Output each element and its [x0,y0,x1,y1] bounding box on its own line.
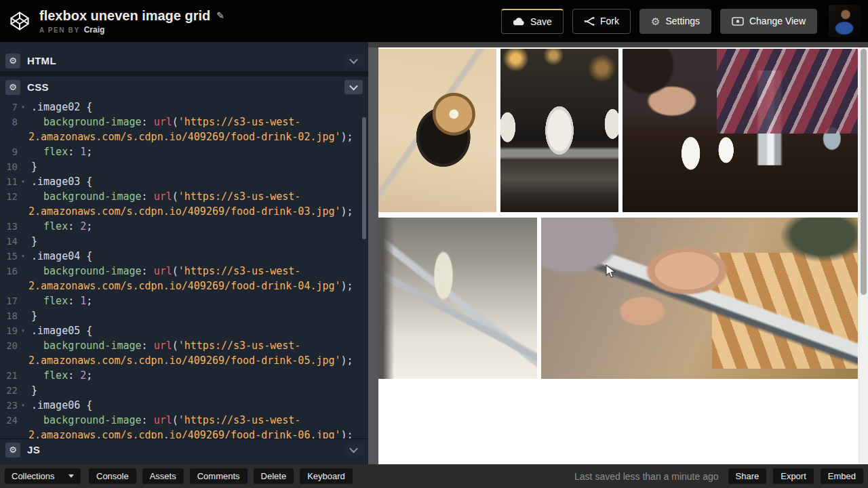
settings-label: Settings [665,16,700,26]
code-line[interactable]: 2.amazonaws.com/s.cdpn.io/409269/food-dr… [0,428,368,439]
gear-icon: ⚙ [651,16,660,26]
user-avatar[interactable] [829,5,861,37]
code-line[interactable]: 20 background-image: url('https://s3-us-… [0,338,368,353]
footer-button-share[interactable]: Share [728,468,767,484]
settings-button[interactable]: ⚙ Settings [639,9,711,34]
footer-button-embed[interactable]: Embed [821,468,863,484]
css-settings-gear-icon[interactable]: ⚙ [5,80,20,95]
preview-region [368,42,868,464]
code-line[interactable]: 11▾.image03 { [0,174,368,189]
preview-image-forks-and-glass [378,218,537,379]
html-collapse-chevron-icon[interactable] [344,54,363,68]
codepen-logo-icon[interactable] [9,9,31,33]
cloud-icon [513,17,525,26]
code-line[interactable]: 19▾.image05 { [0,323,368,338]
preview-image-latte-art-coffee [378,49,496,212]
top-bar: flexbox uneven image grid ✎ A PEN BY Cra… [0,0,868,42]
footer-right: Last saved less than a minute ago ShareE… [574,468,863,484]
collections-dropdown[interactable]: Collections [5,468,81,484]
top-actions: Save Fork ⚙ Settings Cha [501,5,868,37]
preview-image-pour-over-drippers [500,49,618,212]
code-line[interactable]: 10} [0,159,368,174]
css-label: CSS [27,81,49,93]
byline: A PEN BY Craig [39,25,224,35]
fork-icon [584,16,595,26]
preview-scrollbar-thumb[interactable] [861,49,867,295]
js-settings-gear-icon[interactable]: ⚙ [5,443,20,458]
css-code: 7▾.image02 {8 background-image: url('htt… [0,100,368,439]
footer-button-assets[interactable]: Assets [142,468,184,484]
code-line[interactable]: 9 flex: 1; [0,144,368,159]
bottom-bar: Collections ConsoleAssetsCommentsDeleteK… [0,464,868,488]
code-line[interactable]: 23▾.image06 { [0,398,368,413]
html-label: HTML [27,55,56,66]
panel-resizer[interactable] [368,42,378,464]
code-line[interactable]: 13 flex: 2; [0,219,368,234]
codepen-editor: flexbox uneven image grid ✎ A PEN BY Cra… [0,0,868,488]
code-line[interactable]: 16 background-image: url('https://s3-us-… [0,264,368,279]
preview-grid [378,49,858,379]
author-link[interactable]: Craig [84,25,105,35]
code-line[interactable]: 18} [0,308,368,323]
js-label: JS [27,444,40,455]
editor-scrollbar-thumb[interactable] [362,117,366,239]
preview-row [378,218,858,379]
preview-image-slicing-bread [541,218,858,379]
byline-prefix: A PEN BY [39,26,80,34]
caret-down-icon [68,474,74,478]
code-line[interactable]: 8 background-image: url('https://s3-us-w… [0,115,368,129]
save-button[interactable]: Save [501,9,564,34]
code-line[interactable]: 2.amazonaws.com/s.cdpn.io/409269/food-dr… [0,129,368,144]
code-line[interactable]: 2.amazonaws.com/s.cdpn.io/409269/food-dr… [0,353,368,368]
code-line[interactable]: 22} [0,383,368,398]
code-line[interactable]: 7▾.image02 { [0,100,368,115]
footer-button-keyboard[interactable]: Keyboard [300,468,353,484]
change-view-button[interactable]: Change View [720,9,817,34]
preview-scrollbar-track[interactable] [859,47,868,464]
code-line[interactable]: 24 background-image: url('https://s3-us-… [0,413,368,428]
footer-button-export[interactable]: Export [773,468,814,484]
footer-button-delete[interactable]: Delete [254,468,294,484]
code-line[interactable]: 17 flex: 1; [0,293,368,308]
view-icon [732,17,744,26]
fork-button[interactable]: Fork [572,9,631,34]
collections-label: Collections [12,471,55,481]
preview-row [378,49,858,212]
code-line[interactable]: 2.amazonaws.com/s.cdpn.io/409269/food-dr… [0,204,368,219]
css-code-editor[interactable]: 7▾.image02 {8 background-image: url('htt… [0,98,368,439]
preview-top-resizer[interactable] [368,42,868,47]
code-line[interactable]: 14} [0,234,368,249]
footer-button-comments[interactable]: Comments [190,468,248,484]
css-section-header[interactable]: ⚙ CSS [0,77,368,98]
preview-image-french-press-table [623,49,859,212]
change-view-label: Change View [749,16,806,26]
html-section-header[interactable]: ⚙ HTML [0,50,368,71]
footer-button-console[interactable]: Console [89,468,136,484]
css-collapse-chevron-icon[interactable] [344,80,363,94]
editor-column: ⚙ HTML ⚙ CSS 7▾.image02 {8 background-im… [0,42,368,464]
pen-title-block: flexbox uneven image grid ✎ A PEN BY Cra… [39,7,224,35]
code-line[interactable]: 15▾.image04 { [0,249,368,264]
pen-title: flexbox uneven image grid [39,7,210,24]
last-saved-status: Last saved less than a minute ago [574,471,718,482]
main-area: ⚙ HTML ⚙ CSS 7▾.image02 {8 background-im… [0,42,868,464]
code-line[interactable]: 12 background-image: url('https://s3-us-… [0,189,368,204]
js-collapse-chevron-icon[interactable] [344,443,363,457]
js-section-header[interactable]: ⚙ JS [0,439,368,460]
code-line[interactable]: 21 flex: 2; [0,368,368,383]
save-label: Save [530,16,552,27]
edit-title-icon[interactable]: ✎ [216,10,224,21]
preview-pane [378,42,868,464]
fork-label: Fork [600,16,619,26]
code-line[interactable]: 2.amazonaws.com/s.cdpn.io/409269/food-dr… [0,279,368,293]
footer-right-buttons: ShareExportEmbed [728,468,863,484]
footer-left-buttons: ConsoleAssetsCommentsDeleteKeyboard [89,468,353,484]
html-settings-gear-icon[interactable]: ⚙ [5,54,20,68]
